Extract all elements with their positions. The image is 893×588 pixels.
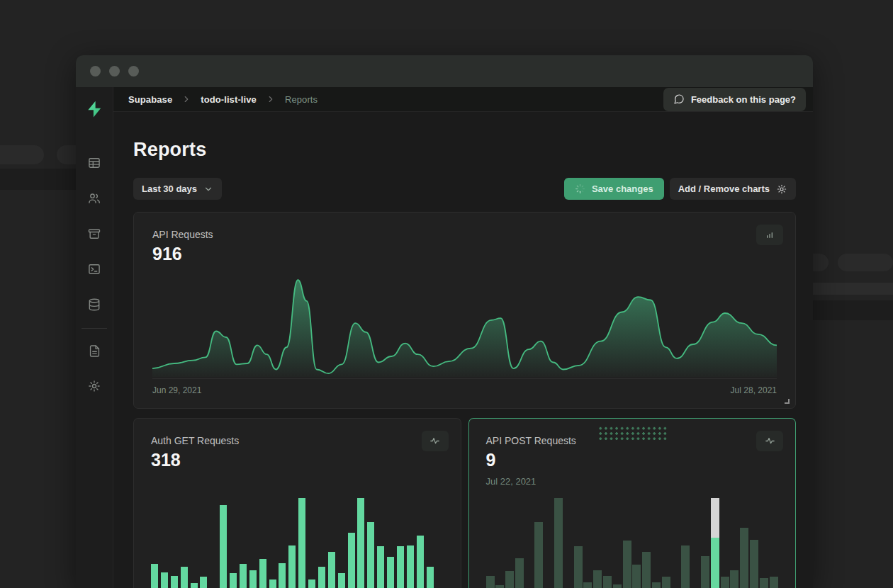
bar[interactable] [348, 533, 355, 588]
bar[interactable] [760, 578, 768, 588]
sidebar-item-authentication[interactable] [76, 181, 113, 216]
bar[interactable] [259, 559, 266, 588]
bar[interactable] [151, 564, 158, 588]
feedback-button[interactable]: Feedback on this page? [663, 88, 806, 111]
bar[interactable] [740, 528, 748, 588]
sidebar-item-database[interactable] [76, 287, 113, 322]
chart-total-value: 916 [152, 244, 777, 264]
bar[interactable] [417, 536, 424, 588]
bar[interactable] [249, 570, 257, 588]
feedback-button-label: Feedback on this page? [691, 94, 796, 105]
bar[interactable] [652, 582, 661, 588]
bar[interactable] [407, 545, 414, 588]
bar[interactable] [357, 498, 364, 588]
bar[interactable] [632, 565, 641, 588]
sidebar-divider [82, 328, 107, 329]
sidebar-item-home[interactable] [85, 93, 103, 125]
chevron-right-icon [181, 94, 191, 104]
bar[interactable] [613, 584, 622, 588]
bar[interactable] [377, 546, 384, 588]
bar[interactable] [721, 577, 729, 588]
breadcrumb: Supabase todo-list-live Reports [128, 94, 318, 105]
minimize-button[interactable] [109, 66, 120, 77]
bar[interactable] [730, 570, 738, 588]
close-button[interactable] [90, 66, 101, 77]
bar[interactable] [181, 567, 188, 588]
bar[interactable] [701, 556, 709, 588]
sidebar-item-storage[interactable] [76, 216, 113, 251]
bar[interactable] [240, 564, 247, 588]
chart-type-button[interactable] [756, 225, 783, 245]
database-icon [87, 298, 101, 312]
bar[interactable] [583, 582, 592, 588]
bar[interactable] [220, 505, 227, 588]
bar[interactable] [387, 557, 394, 588]
bar[interactable] [298, 498, 305, 588]
bar[interactable] [328, 552, 335, 588]
bar[interactable] [427, 567, 434, 588]
bar[interactable] [505, 571, 514, 588]
bar[interactable] [397, 546, 404, 588]
add-remove-charts-label: Add / Remove charts [678, 183, 770, 194]
sidebar-nav [76, 145, 113, 404]
bar[interactable] [770, 577, 778, 588]
bar[interactable] [486, 576, 495, 588]
breadcrumb-org[interactable]: Supabase [128, 94, 172, 105]
bar[interactable] [554, 498, 563, 588]
bar[interactable] [534, 522, 543, 588]
breadcrumb-current-page: Reports [285, 94, 318, 105]
drag-handle-dots[interactable] [597, 426, 666, 440]
background-skeleton-band [0, 169, 76, 190]
bar[interactable] [308, 579, 315, 588]
background-skeleton-band [813, 283, 893, 295]
api-requests-chart[interactable] [152, 271, 777, 377]
bar[interactable] [495, 585, 504, 588]
background-skeleton-pill [813, 254, 829, 271]
x-axis-line [152, 378, 777, 379]
bar[interactable] [171, 576, 178, 588]
chart-type-button[interactable] [422, 431, 449, 451]
api-post-requests-chart[interactable] [486, 498, 779, 588]
bar[interactable] [623, 541, 631, 588]
bar[interactable] [515, 558, 524, 588]
chart-title: Auth GET Requests [151, 435, 444, 446]
bar[interactable] [367, 522, 374, 588]
save-changes-label: Save changes [592, 183, 653, 194]
background-skeleton-band [813, 300, 893, 320]
activity-icon [764, 435, 776, 447]
sidebar-item-sql-editor[interactable] [76, 251, 113, 287]
date-range-dropdown[interactable]: Last 30 days [133, 178, 222, 200]
bar[interactable] [593, 570, 602, 588]
bar[interactable] [603, 576, 612, 588]
sidebar-item-docs[interactable] [76, 333, 113, 368]
bar[interactable] [161, 572, 168, 588]
reports-page: Reports Last 30 days Save changes [113, 112, 813, 588]
chart-type-button[interactable] [756, 431, 783, 451]
save-changes-button[interactable]: Save changes [564, 178, 664, 200]
x-axis-end-label: Jul 28, 2021 [731, 385, 777, 395]
maximize-button[interactable] [128, 66, 139, 77]
bar[interactable] [269, 579, 276, 588]
bar[interactable] [191, 583, 198, 588]
bar[interactable] [230, 573, 237, 588]
bar[interactable] [662, 577, 670, 588]
api-requests-card: API Requests 916 [133, 212, 796, 409]
bar[interactable] [288, 545, 296, 588]
bar[interactable] [681, 545, 690, 588]
bar[interactable] [318, 567, 325, 588]
bar[interactable] [750, 540, 758, 588]
bar[interactable] [642, 552, 651, 588]
bar[interactable] [338, 573, 345, 588]
bar[interactable] [711, 498, 719, 588]
sidebar-item-settings[interactable] [76, 368, 113, 404]
hovered-date-label: Jul 22, 2021 [486, 476, 779, 487]
add-remove-charts-button[interactable]: Add / Remove charts [670, 178, 796, 200]
table-icon [87, 156, 101, 170]
bar[interactable] [279, 563, 286, 588]
breadcrumb-project[interactable]: todo-list-live [201, 94, 257, 105]
bar[interactable] [574, 546, 583, 588]
sidebar-item-table-editor[interactable] [76, 145, 113, 181]
auth-get-requests-chart[interactable] [151, 498, 444, 588]
bar[interactable] [200, 577, 207, 588]
card-resize-handle[interactable] [785, 399, 790, 404]
